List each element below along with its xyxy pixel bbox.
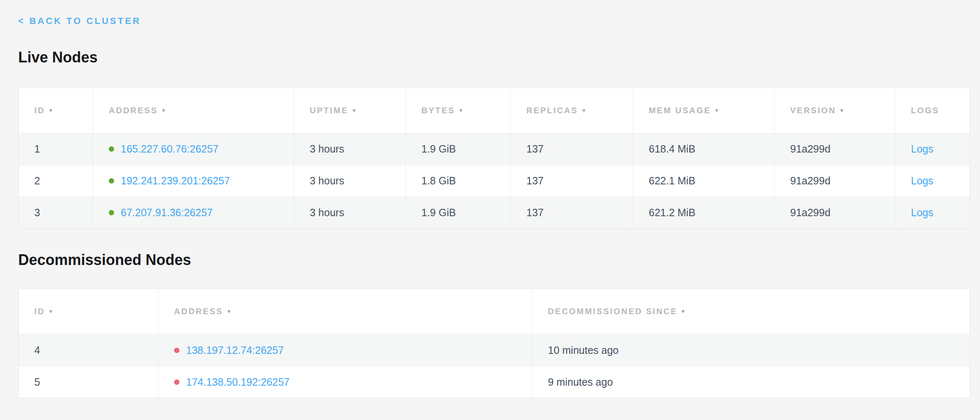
decommissioned-nodes-table: ID▾ ADDRESS▾ DECOMMISSIONED SINCE▾ 4 138… — [18, 289, 970, 398]
decommissioned-nodes-title: Decommissioned Nodes — [18, 251, 970, 268]
column-header-logs: LOGS — [895, 88, 970, 133]
node-bytes-cell: 1.9 GiB — [406, 197, 511, 229]
node-address-cell: 67.207.91.36:26257 — [93, 197, 294, 229]
table-row: 5 174.138.50.192:26257 9 minutes ago — [19, 366, 970, 398]
column-header-label: ID — [34, 106, 45, 115]
sort-arrow-icon: ▾ — [227, 308, 231, 315]
column-header-replicas[interactable]: REPLICAS▾ — [511, 88, 633, 133]
node-mem-usage-cell: 618.4 MiB — [633, 133, 774, 165]
node-replicas-cell: 137 — [511, 197, 633, 229]
column-header-label: LOGS — [911, 106, 939, 115]
node-address-link[interactable]: 67.207.91.36:26257 — [121, 207, 213, 218]
node-version-cell: 91a299d — [774, 133, 895, 165]
node-address-cell: 192.241.239.201:26257 — [93, 165, 294, 197]
sort-arrow-icon: ▾ — [715, 107, 718, 114]
node-address-link[interactable]: 174.138.50.192:26257 — [186, 376, 289, 388]
sort-arrow-icon: ▾ — [49, 308, 53, 315]
sort-arrow-icon: ▾ — [162, 107, 165, 114]
column-header-label: ADDRESS — [109, 106, 158, 115]
node-replicas-cell: 137 — [511, 165, 633, 197]
node-id-cell: 5 — [19, 366, 158, 398]
live-nodes-table: ID▾ ADDRESS▾ UPTIME▾ BYTES▾ REPLICAS▾ ME… — [18, 88, 970, 229]
node-id-cell: 3 — [19, 197, 93, 229]
column-header-label: UPTIME — [310, 106, 349, 115]
node-bytes-cell: 1.9 GiB — [406, 133, 511, 165]
live-status-dot-icon — [109, 146, 114, 152]
live-nodes-header-row: ID▾ ADDRESS▾ UPTIME▾ BYTES▾ REPLICAS▾ ME… — [19, 88, 970, 133]
table-row: 2 192.241.239.201:26257 3 hours 1.8 GiB … — [19, 165, 970, 197]
live-status-dot-icon — [109, 178, 114, 184]
node-decommissioned-since-cell: 9 minutes ago — [532, 366, 970, 398]
back-to-cluster-link[interactable]: < BACK TO CLUSTER — [18, 16, 141, 26]
node-bytes-cell: 1.8 GiB — [406, 165, 511, 197]
table-row: 1 165.227.60.76:26257 3 hours 1.9 GiB 13… — [19, 133, 970, 165]
node-address-cell: 138.197.12.74:26257 — [158, 334, 532, 366]
column-header-label: REPLICAS — [526, 106, 578, 115]
node-address-cell: 174.138.50.192:26257 — [158, 366, 532, 398]
node-logs-link[interactable]: Logs — [911, 175, 933, 186]
node-uptime-cell: 3 hours — [294, 165, 406, 197]
node-uptime-cell: 3 hours — [294, 133, 406, 165]
decommissioned-status-dot-icon — [174, 379, 179, 385]
node-mem-usage-cell: 621.2 MiB — [633, 197, 774, 229]
column-header-bytes[interactable]: BYTES▾ — [406, 88, 511, 133]
node-logs-cell: Logs — [895, 165, 970, 197]
node-logs-cell: Logs — [895, 197, 970, 229]
node-logs-link[interactable]: Logs — [911, 143, 933, 155]
page-content: < BACK TO CLUSTER Live Nodes ID▾ ADDRESS… — [0, 0, 980, 398]
column-header-label: MEM USAGE — [649, 106, 711, 115]
column-header-label: VERSION — [790, 106, 836, 115]
live-status-dot-icon — [109, 210, 114, 215]
column-header-label: ID — [34, 307, 45, 316]
decommissioned-nodes-header-row: ID▾ ADDRESS▾ DECOMMISSIONED SINCE▾ — [19, 289, 970, 334]
column-header-label: BYTES — [421, 106, 455, 115]
sort-arrow-icon: ▾ — [459, 107, 463, 114]
node-logs-link[interactable]: Logs — [911, 207, 933, 218]
node-version-cell: 91a299d — [774, 197, 895, 229]
sort-arrow-icon: ▾ — [353, 107, 356, 114]
table-row: 3 67.207.91.36:26257 3 hours 1.9 GiB 137… — [19, 197, 970, 229]
column-header-address[interactable]: ADDRESS▾ — [93, 88, 294, 133]
column-header-decommissioned-since[interactable]: DECOMMISSIONED SINCE▾ — [532, 289, 970, 334]
decommissioned-status-dot-icon — [174, 348, 179, 353]
node-id-cell: 4 — [19, 334, 158, 366]
node-address-link[interactable]: 192.241.239.201:26257 — [121, 175, 230, 186]
node-id-cell: 2 — [19, 165, 93, 197]
sort-arrow-icon: ▾ — [582, 107, 586, 114]
column-header-address[interactable]: ADDRESS▾ — [158, 289, 532, 334]
column-header-version[interactable]: VERSION▾ — [774, 88, 895, 133]
node-version-cell: 91a299d — [774, 165, 895, 197]
sort-arrow-icon: ▾ — [840, 107, 844, 114]
column-header-label: ADDRESS — [174, 307, 223, 316]
column-header-uptime[interactable]: UPTIME▾ — [294, 88, 406, 133]
node-id-cell: 1 — [19, 133, 93, 165]
node-mem-usage-cell: 622.1 MiB — [633, 165, 774, 197]
node-logs-cell: Logs — [895, 133, 970, 165]
live-nodes-title: Live Nodes — [18, 49, 970, 66]
column-header-mem-usage[interactable]: MEM USAGE▾ — [633, 88, 774, 133]
sort-arrow-icon: ▾ — [49, 107, 53, 114]
node-decommissioned-since-cell: 10 minutes ago — [532, 334, 970, 366]
table-row: 4 138.197.12.74:26257 10 minutes ago — [19, 334, 970, 366]
node-replicas-cell: 137 — [511, 133, 633, 165]
column-header-id[interactable]: ID▾ — [19, 88, 93, 133]
sort-arrow-icon: ▾ — [681, 308, 685, 315]
column-header-id[interactable]: ID▾ — [19, 289, 158, 334]
node-address-cell: 165.227.60.76:26257 — [93, 133, 294, 165]
node-uptime-cell: 3 hours — [294, 197, 406, 229]
node-address-link[interactable]: 138.197.12.74:26257 — [186, 344, 284, 356]
node-address-link[interactable]: 165.227.60.76:26257 — [121, 143, 218, 155]
column-header-label: DECOMMISSIONED SINCE — [548, 307, 677, 316]
